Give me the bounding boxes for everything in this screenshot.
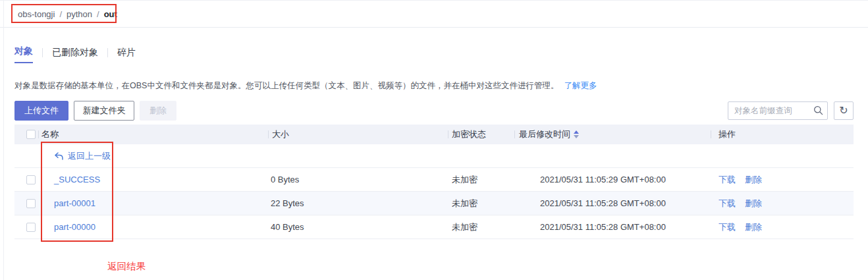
column-header-name: 名称 (41, 128, 59, 140)
tab-objects[interactable]: 对象 (14, 45, 33, 63)
download-link[interactable]: 下载 (719, 174, 736, 186)
delete-link[interactable]: 删除 (745, 174, 762, 186)
object-size: 40 Bytes (271, 222, 304, 232)
tab-fragments[interactable]: 碎片 (117, 47, 136, 63)
select-all-checkbox[interactable] (26, 130, 36, 139)
column-header-size: 大小 (272, 128, 289, 140)
row-checkbox[interactable] (26, 223, 36, 232)
object-table: 名称 大小 加密状态 最后修改时间 操作 返回上一级 _SUCCESS 0 By… (14, 125, 854, 239)
tab-deleted-objects[interactable]: 已删除对象 (52, 47, 98, 63)
search-icon[interactable] (813, 105, 823, 118)
delete-link[interactable]: 删除 (745, 198, 762, 210)
table-row: part-00000 40 Bytes 未加密 2021/05/31 11:05… (14, 215, 854, 239)
breadcrumb-current-folder: out (104, 9, 117, 19)
description-text: 对象是数据存储的基本单位，在OBS中文件和文件夹都是对象。您可以上传任何类型（文… (14, 81, 558, 90)
delete-link[interactable]: 删除 (745, 221, 762, 233)
object-name-link[interactable]: _SUCCESS (54, 175, 100, 184)
tab-divider (42, 48, 43, 57)
object-name-link[interactable]: part-00000 (54, 222, 95, 232)
encryption-status: 未加密 (452, 221, 477, 233)
refresh-button[interactable]: ↻ (834, 101, 854, 120)
toolbar: 上传文件 新建文件夹 删除 ↻ (14, 101, 854, 121)
modified-time: 2021/05/31 11:05:28 GMT+08:00 (540, 222, 666, 232)
new-folder-button[interactable]: 新建文件夹 (74, 101, 134, 121)
breadcrumb-separator: / (97, 9, 99, 19)
table-row: part-00001 22 Bytes 未加密 2021/05/31 11:05… (14, 192, 854, 215)
tab-bar: 对象 已删除对象 碎片 (14, 47, 868, 63)
object-size: 22 Bytes (271, 198, 304, 208)
column-header-encryption: 加密状态 (452, 128, 486, 140)
modified-time: 2021/05/31 11:05:29 GMT+08:00 (540, 175, 666, 184)
table-row: _SUCCESS 0 Bytes 未加密 2021/05/31 11:05:29… (14, 168, 854, 192)
back-to-parent-link[interactable]: 返回上一级 (54, 150, 111, 162)
column-header-operation: 操作 (719, 128, 736, 140)
encryption-status: 未加密 (452, 198, 477, 210)
download-link[interactable]: 下载 (719, 221, 736, 233)
toolbar-right: ↻ (728, 101, 854, 120)
panel-left-border (3, 1, 4, 280)
learn-more-link[interactable]: 了解更多 (564, 81, 597, 90)
refresh-icon: ↻ (839, 105, 848, 116)
back-to-parent-row: 返回上一级 (14, 144, 854, 168)
column-header-modified: 最后修改时间 (519, 128, 570, 140)
tab-divider (107, 48, 108, 57)
encryption-status: 未加密 (452, 174, 477, 186)
breadcrumb-separator: / (59, 9, 62, 19)
back-to-parent-label: 返回上一级 (68, 150, 111, 162)
object-name-link[interactable]: part-00001 (54, 198, 95, 208)
table-header-row: 名称 大小 加密状态 最后修改时间 操作 (14, 125, 854, 144)
objects-description: 对象是数据存储的基本单位，在OBS中文件和文件夹都是对象。您可以上传任何类型（文… (14, 80, 868, 92)
upload-file-button[interactable]: 上传文件 (14, 101, 68, 121)
annotation-result-label: 返回结果 (107, 260, 146, 273)
breadcrumb-bucket[interactable]: obs-tongji (18, 9, 55, 19)
delete-button: 删除 (140, 101, 176, 121)
row-checkbox[interactable] (26, 175, 36, 184)
breadcrumb-folder[interactable]: python (67, 9, 92, 19)
object-size: 0 Bytes (271, 175, 299, 184)
breadcrumb: obs-tongji / python / out (0, 1, 868, 28)
back-arrow-icon (54, 152, 63, 160)
search-box (728, 101, 828, 120)
sort-arrows-icon[interactable] (574, 130, 579, 138)
row-checkbox[interactable] (26, 199, 36, 208)
download-link[interactable]: 下载 (719, 198, 736, 210)
modified-time: 2021/05/31 11:05:28 GMT+08:00 (540, 198, 666, 208)
